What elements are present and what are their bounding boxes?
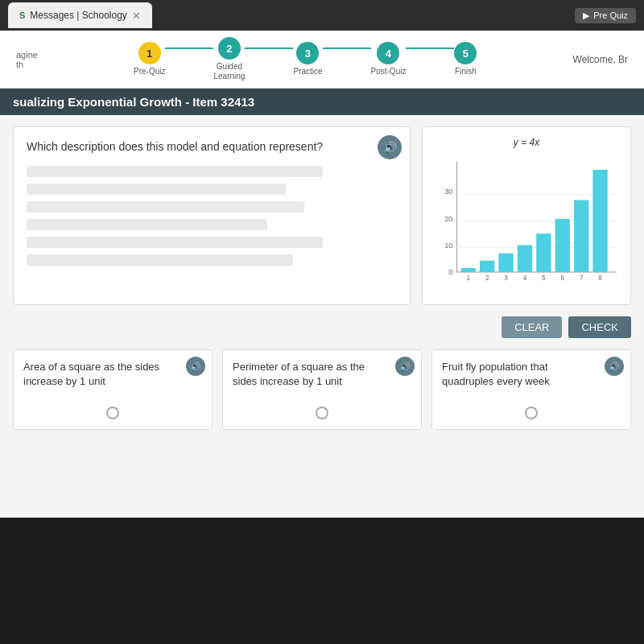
blurred-line-6 [27, 254, 293, 266]
svg-text:6: 6 [560, 275, 564, 282]
question-text: Which description does this model and eq… [27, 140, 397, 153]
blurred-options [27, 166, 397, 266]
svg-rect-17 [536, 233, 551, 272]
clear-button[interactable]: CLEAR [502, 316, 562, 338]
choice-radio-2[interactable] [316, 407, 328, 419]
step-line-2 [245, 47, 293, 49]
svg-text:1: 1 [466, 275, 470, 282]
svg-rect-23 [592, 170, 607, 272]
choice-card-3[interactable]: 🔊 Fruit fly population that quadruples e… [431, 349, 631, 430]
svg-rect-13 [498, 254, 513, 272]
logo-text: agine [16, 50, 38, 60]
app-logo: agine th [16, 50, 38, 69]
step-1: 1 Pre-Quiz [134, 42, 165, 76]
svg-text:2: 2 [485, 275, 489, 282]
blurred-line-2 [27, 184, 286, 195]
action-buttons: CLEAR CHECK [13, 316, 631, 338]
choice-card-2[interactable]: 🔊 Perimeter of a square as the sides inc… [222, 349, 422, 430]
choice-audio-button-1[interactable]: 🔊 [186, 357, 205, 376]
choice-card-1[interactable]: 🔊 Area of a square as the sides increase… [13, 349, 213, 430]
check-button[interactable]: CHECK [568, 316, 631, 338]
step-line-3 [323, 47, 371, 49]
svg-text:8: 8 [598, 275, 602, 282]
question-box: 🔊 Which description does this model and … [13, 126, 411, 305]
svg-text:4: 4 [523, 275, 527, 282]
step-line-4 [406, 47, 454, 49]
chart-svg: 0 10 20 30 1 2 3 4 5 [432, 155, 621, 291]
step-label-4: Post-Quiz [371, 67, 407, 76]
step-circle-3: 3 [296, 42, 319, 64]
answer-choices: 🔊 Area of a square as the sides increase… [13, 349, 631, 430]
choice-text-1: Area of a square as the sides increase b… [23, 360, 202, 389]
step-circle-5: 5 [454, 42, 477, 64]
choice-text-3: Fruit fly population that quadruples eve… [442, 360, 621, 389]
step-3: 3 Practice [293, 42, 322, 76]
step-label-3: Practice [293, 67, 322, 76]
svg-text:0: 0 [448, 268, 452, 276]
step-2: 2 GuidedLearning [213, 37, 245, 81]
svg-text:30: 30 [444, 188, 452, 196]
svg-rect-11 [480, 261, 494, 272]
progress-bar: 1 Pre-Quiz 2 GuidedLearning 3 Practice 4… [38, 37, 573, 81]
steps-wrapper: 1 Pre-Quiz 2 GuidedLearning 3 Practice 4… [134, 37, 477, 81]
svg-text:3: 3 [504, 275, 508, 282]
footer-area [0, 518, 644, 614]
step-4: 4 Post-Quiz [371, 42, 407, 76]
step-circle-4: 4 [377, 42, 399, 64]
choice-radio-1[interactable] [106, 407, 119, 419]
logo-sub: th [16, 60, 38, 69]
step-label-1: Pre-Quiz [134, 67, 165, 76]
step-line-1 [165, 47, 213, 49]
svg-text:7: 7 [580, 275, 584, 282]
app-header: agine th 1 Pre-Quiz 2 GuidedLearning 3 P… [0, 31, 644, 89]
step-label-2: GuidedLearning [213, 62, 245, 81]
prequiz-label: Pre Quiz [593, 10, 628, 20]
question-audio-button[interactable]: 🔊 [378, 135, 402, 159]
choice-radio-3[interactable] [525, 407, 538, 419]
svg-rect-15 [518, 245, 532, 272]
tab-close-icon[interactable]: ✕ [132, 10, 141, 22]
main-content: 🔊 Which description does this model and … [0, 115, 644, 518]
step-label-5: Finish [455, 67, 477, 76]
choice-audio-button-2[interactable]: 🔊 [395, 357, 415, 376]
blurred-line-3 [27, 201, 304, 213]
svg-text:20: 20 [444, 215, 452, 223]
page-title: sualizing Exponential Growth - Item 3241… [0, 89, 644, 115]
svg-rect-19 [555, 219, 570, 272]
prequiz-icon: ▶ [583, 10, 589, 21]
svg-text:5: 5 [542, 275, 546, 282]
browser-tab[interactable]: S Messages | Schoology ✕ [8, 2, 152, 28]
step-5: 5 Finish [454, 42, 477, 76]
step-circle-2: 2 [218, 37, 241, 60]
chart-box: y = 4x 0 10 20 30 1 2 [422, 126, 631, 305]
step-circle-1: 1 [138, 42, 161, 64]
choice-audio-button-3[interactable]: 🔊 [605, 357, 624, 376]
browser-chrome: S Messages | Schoology ✕ ▶ Pre Quiz [0, 0, 644, 31]
tab-label: Messages | Schoology [30, 10, 127, 21]
choice-text-2: Perimeter of a square as the sides incre… [233, 360, 411, 389]
chart-title: y = 4x [432, 137, 621, 148]
svg-rect-9 [461, 268, 476, 272]
blurred-line-5 [27, 237, 323, 248]
svg-rect-21 [574, 200, 588, 273]
blurred-line-4 [27, 219, 267, 230]
question-area: 🔊 Which description does this model and … [13, 126, 631, 305]
blurred-line-1 [27, 166, 323, 177]
welcome-text: Welcome, Br [573, 54, 628, 65]
svg-text:10: 10 [444, 242, 452, 250]
prequiz-badge: ▶ Pre Quiz [575, 8, 636, 23]
schoology-icon: S [19, 10, 25, 20]
